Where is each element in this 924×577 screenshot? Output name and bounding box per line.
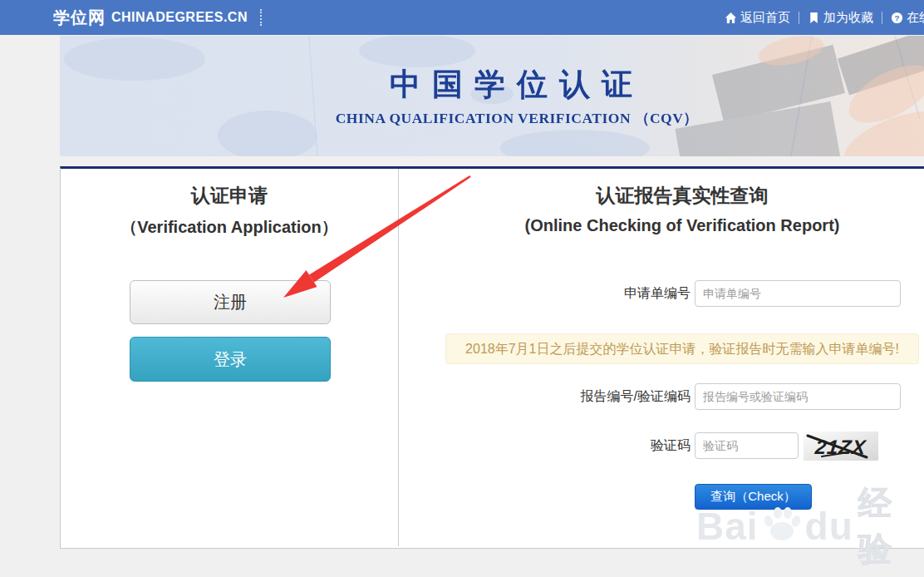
right-heading-en: (Online Checking of Verification Report) <box>398 216 924 235</box>
online-help-label: 在线帮助 <box>907 10 924 26</box>
site-logo-cn: 学位网 <box>53 7 106 29</box>
add-favorite-link[interactable]: 加为收藏 <box>799 10 882 26</box>
application-number-input[interactable] <box>695 280 901 307</box>
banner-titles: 中国学位认证 CHINA QUALIFICATION VERIFICATION … <box>110 64 924 128</box>
help-icon: ? <box>891 12 903 24</box>
right-heading-cn: 认证报告真实性查询 <box>398 183 924 209</box>
login-button[interactable]: 登录 <box>130 337 331 382</box>
svg-text:?: ? <box>894 12 899 22</box>
captcha-input[interactable] <box>695 432 799 459</box>
captcha-label: 验证码 <box>499 437 691 455</box>
left-heading-cn: 认证申请 <box>61 183 398 209</box>
site-logo-domain: CHINADEGREES.CN <box>111 10 248 25</box>
register-button[interactable]: 注册 <box>130 280 331 324</box>
captcha-image[interactable]: 21ZX <box>804 432 878 461</box>
banner-title-cn: 中国学位认证 <box>110 64 924 106</box>
topbar-links: 返回首页 加为收藏 ? 在线帮助 <box>716 0 924 35</box>
site-logo[interactable]: 学位网 CHINADEGREES.CN <box>53 0 262 35</box>
banner-title-en: CHINA QUALIFICATION VERIFICATION （CQV） <box>110 108 924 128</box>
logo-dotted-separator <box>260 9 262 26</box>
notice-message: 2018年7月1日之后提交的学位认证申请，验证报告时无需输入申请单编号! <box>445 333 919 364</box>
bookmark-icon <box>808 12 820 24</box>
home-icon <box>725 12 737 24</box>
check-button[interactable]: 查询（Check） <box>695 484 812 510</box>
right-panel-heading: 认证报告真实性查询 (Online Checking of Verificati… <box>398 183 924 235</box>
report-number-label: 报告编号/验证编码 <box>499 388 691 406</box>
add-favorite-label: 加为收藏 <box>823 10 873 26</box>
hero-banner: 中国学位认证 CHINA QUALIFICATION VERIFICATION … <box>60 36 924 156</box>
online-help-link[interactable]: ? 在线帮助 <box>882 10 924 26</box>
left-heading-en: （Verification Application） <box>61 216 398 239</box>
report-number-input[interactable] <box>695 383 901 410</box>
top-navigation-bar: 学位网 CHINADEGREES.CN 返回首页 加为收藏 ? 在线帮助 <box>0 0 924 35</box>
left-panel-heading: 认证申请 （Verification Application） <box>61 183 398 239</box>
home-link-label: 返回首页 <box>740 10 790 26</box>
main-panel: 认证申请 （Verification Application） 注册 登录 认证… <box>60 166 924 549</box>
home-link[interactable]: 返回首页 <box>716 10 799 26</box>
application-number-label: 申请单编号 <box>499 285 691 303</box>
